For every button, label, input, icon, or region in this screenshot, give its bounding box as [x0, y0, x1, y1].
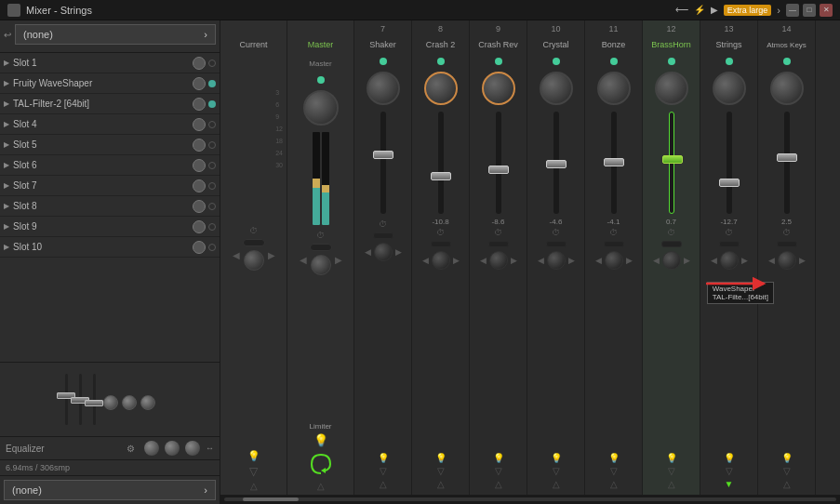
- ch12-fader-handle[interactable]: [662, 155, 683, 164]
- slot-on-off[interactable]: [193, 118, 206, 131]
- eq-knob-1[interactable]: [144, 441, 159, 456]
- slot-status-dot: [208, 203, 216, 210]
- minimize-button[interactable]: —: [786, 4, 799, 17]
- channel-name: Crash Rev: [478, 35, 518, 54]
- sidebar-knob-3[interactable]: [140, 395, 155, 410]
- slot-on-off[interactable]: [193, 57, 206, 70]
- ch11-pan-knob[interactable]: [605, 251, 623, 270]
- ch8-db: -10.8: [432, 218, 448, 226]
- horizontal-scrollbar[interactable]: [220, 495, 840, 504]
- slot-item[interactable]: ▶ Slot 10: [0, 237, 220, 258]
- master-indicator: [317, 76, 325, 84]
- slot-status-dot: [208, 182, 216, 190]
- slot-status-dot: [208, 60, 216, 67]
- slot-item[interactable]: ▶ Fruity WaveShaper: [0, 73, 220, 94]
- slot-on-off[interactable]: [193, 200, 206, 213]
- title-bar: Mixer - Strings ⟵ ⚡ ▶ Extra large › — □ …: [0, 0, 840, 20]
- sidebar-top: ↩ (none) ›: [0, 20, 220, 53]
- slot-item-tal[interactable]: ▶ TAL-Filter-2 [64bit]: [0, 94, 220, 114]
- ch11-fader-track: [611, 112, 617, 214]
- slot-on-off[interactable]: [193, 241, 206, 254]
- sidebar-knob-2[interactable]: [122, 395, 137, 410]
- ch9-bulb: 💡: [493, 453, 504, 463]
- ch14-send: [777, 241, 797, 247]
- slot-label: Slot 10: [13, 242, 193, 252]
- ch12-pan-knob[interactable]: [662, 251, 681, 270]
- slot-on-off[interactable]: [193, 159, 206, 172]
- maximize-button[interactable]: □: [803, 4, 816, 17]
- ch8-fader-handle[interactable]: [431, 172, 451, 180]
- eq-knob-2[interactable]: [165, 441, 180, 456]
- sidebar-knob-1[interactable]: [103, 395, 118, 410]
- slot-status-dot: [208, 100, 216, 108]
- nav-icon-3[interactable]: ▶: [711, 5, 718, 15]
- ch10-send: [546, 241, 567, 247]
- slot-label: Slot 6: [13, 160, 193, 170]
- slot-item[interactable]: ▶ Slot 7: [0, 176, 220, 196]
- slot-label: Fruity WaveShaper: [13, 78, 193, 88]
- master-pan-knob[interactable]: [311, 255, 331, 275]
- slot-item[interactable]: ▶ Slot 4: [0, 114, 220, 135]
- ch9-fader-handle[interactable]: [488, 166, 509, 174]
- close-button[interactable]: ✕: [820, 4, 833, 17]
- ch8-pan-knob[interactable]: [432, 251, 450, 270]
- slot-on-off[interactable]: [193, 179, 206, 192]
- channel-number: 13: [724, 24, 733, 35]
- master-send-arrow: [307, 450, 335, 478]
- ch8-volume-knob[interactable]: [424, 72, 458, 105]
- window-title: Mixer - Strings: [26, 5, 92, 16]
- channel-13: 13 Strings -12.7 ⏱ ◀ ▶ 💡: [700, 20, 758, 495]
- slot-on-off[interactable]: [193, 98, 206, 111]
- ch14-volume-knob[interactable]: [770, 72, 804, 105]
- eq-settings-icon[interactable]: ⚙: [127, 444, 135, 454]
- eq-expand-icon[interactable]: ↔: [206, 444, 214, 453]
- ch11-db: -4.1: [607, 218, 620, 226]
- ch11-clock: ⏱: [609, 228, 618, 237]
- ch14-fader-handle[interactable]: [777, 153, 797, 162]
- slot-label: Slot 9: [13, 221, 193, 232]
- nav-icon-1[interactable]: ⟵: [675, 5, 688, 15]
- bottom-preset-dropdown[interactable]: (none) ›: [4, 480, 216, 500]
- nav-icon-2[interactable]: ⚡: [694, 5, 705, 15]
- ch11-up: △: [610, 479, 618, 489]
- ch10-db: -4.6: [550, 218, 563, 226]
- slot-item[interactable]: ▶ Slot 8: [0, 196, 220, 217]
- app-icon: [7, 4, 20, 17]
- sidebar-footer: (none) ›: [0, 475, 220, 504]
- ch7-fader-handle[interactable]: [373, 151, 393, 159]
- ch10-volume-knob[interactable]: [540, 72, 573, 105]
- ch10-fader-handle[interactable]: [546, 160, 567, 168]
- view-size-badge[interactable]: Extra large: [724, 5, 772, 16]
- slot-expand-icon: ▶: [4, 243, 9, 251]
- tooltip-line2: TAL-Filte...[64bit]: [713, 293, 768, 301]
- ch13-pan-knob[interactable]: [720, 251, 739, 270]
- channel-14: 14 Atmos Keys 2.5 ⏱ ◀ ▶ 💡: [758, 20, 816, 495]
- ch7-pan-knob[interactable]: [374, 243, 393, 261]
- master-volume-knob[interactable]: [303, 90, 339, 126]
- ch11-fader-handle[interactable]: [604, 158, 624, 166]
- ch12-volume-knob[interactable]: [655, 72, 688, 105]
- ch7-bulb: 💡: [378, 453, 389, 463]
- slot-on-off[interactable]: [193, 77, 206, 90]
- ch14-pan-knob[interactable]: [778, 251, 796, 270]
- slot-item[interactable]: ▶ Slot 5: [0, 135, 220, 155]
- view-arrow[interactable]: ›: [777, 5, 780, 16]
- slot-item[interactable]: ▶ Slot 6: [0, 155, 220, 176]
- ch10-pan-knob[interactable]: [547, 251, 566, 270]
- slot-on-off[interactable]: [193, 139, 206, 152]
- slot-item[interactable]: ▶ Slot 1: [0, 53, 220, 73]
- slot-on-off[interactable]: [193, 220, 206, 233]
- ch11-volume-knob[interactable]: [597, 72, 631, 105]
- ch13-fader-handle[interactable]: [719, 179, 740, 187]
- ch13-volume-knob[interactable]: [713, 72, 746, 105]
- eq-knob-3[interactable]: [185, 441, 200, 456]
- scrollbar-thumb[interactable]: [243, 497, 299, 501]
- send-right-icon: ▶: [268, 250, 275, 271]
- preset-dropdown[interactable]: (none) ›: [15, 24, 216, 45]
- ch7-volume-knob[interactable]: [367, 72, 400, 105]
- ch9-pan-knob[interactable]: [489, 251, 508, 270]
- slot-status-dot: [208, 141, 216, 149]
- ch9-volume-knob[interactable]: [482, 72, 515, 105]
- slot-item[interactable]: ▶ Slot 9: [0, 217, 220, 237]
- current-pan-knob[interactable]: [244, 250, 264, 271]
